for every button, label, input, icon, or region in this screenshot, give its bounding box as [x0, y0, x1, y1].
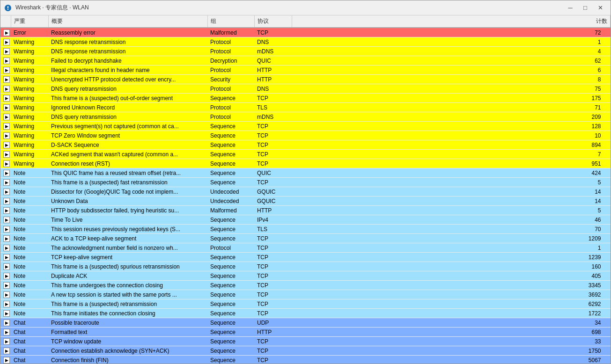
table-row[interactable]: ▶ChatConnection establish acknowledge (S… [0, 346, 611, 356]
expand-button[interactable]: ▶ [3, 123, 10, 130]
table-row[interactable]: ▶WarningDNS query retransmissionProtocol… [0, 84, 611, 94]
expand-button[interactable]: ▶ [3, 104, 10, 111]
table-row[interactable]: ▶WarningDNS query retransmissionProtocol… [0, 112, 611, 122]
close-button[interactable]: ✕ [594, 3, 607, 13]
count-cell: 4 [292, 47, 611, 56]
expand-button[interactable]: ▶ [3, 67, 10, 73]
group-cell: Sequence [207, 234, 254, 243]
severity-cell: Note [11, 299, 48, 309]
protocol-cell: mDNS [254, 112, 292, 122]
expand-button[interactable]: ▶ [3, 132, 10, 139]
maximize-button[interactable]: □ [579, 3, 592, 13]
expand-button[interactable]: ▶ [3, 245, 10, 251]
expand-button[interactable]: ▶ [3, 291, 10, 298]
expand-button[interactable]: ▶ [3, 357, 10, 364]
table-row[interactable]: ▶NoteThis frame initiates the connection… [0, 309, 611, 318]
expand-button[interactable]: ▶ [3, 310, 10, 317]
severity-cell: Chat [11, 318, 48, 328]
expand-button[interactable]: ▶ [3, 329, 10, 335]
table-row[interactable]: ▶NoteA new tcp session is started with t… [0, 290, 611, 299]
expand-button[interactable]: ▶ [3, 95, 10, 102]
table-row[interactable]: ▶NoteACK to a TCP keep-alive segmentSequ… [0, 234, 611, 243]
expand-button[interactable]: ▶ [3, 58, 10, 64]
expand-button[interactable]: ▶ [3, 207, 10, 214]
expand-button[interactable]: ▶ [3, 198, 10, 204]
group-cell: Sequence [207, 150, 254, 159]
table-row[interactable]: ▶ChatPossible tracerouteSequenceUDP34 [0, 318, 611, 328]
expand-button[interactable]: ▶ [3, 254, 10, 261]
table-row[interactable]: ▶WarningDNS response retransmissionProto… [0, 37, 611, 47]
table-row[interactable]: ▶WarningDNS response retransmissionProto… [0, 47, 611, 56]
group-cell: Sequence [207, 328, 254, 337]
expand-button[interactable]: ▶ [3, 301, 10, 307]
table-row[interactable]: ▶NoteDuplicate ACKSequenceTCP405 [0, 271, 611, 281]
expand-button[interactable]: ▶ [3, 282, 10, 289]
expand-button[interactable]: ▶ [3, 48, 10, 55]
expand-button[interactable]: ▶ [3, 179, 10, 186]
protocol-cell: TCP [254, 309, 292, 318]
table-row[interactable]: ▶NoteThis frame undergoes the connection… [0, 281, 611, 290]
table-row[interactable]: ▶NoteTime To LiveSequenceIPv446 [0, 215, 611, 225]
count-cell: 1 [292, 37, 611, 47]
summary-cell: This frame undergoes the connection clos… [48, 281, 207, 290]
expand-button[interactable]: ▶ [3, 226, 10, 233]
table-row[interactable]: ▶ChatFormatted textSequenceHTTP698 [0, 328, 611, 337]
expand-button[interactable]: ▶ [3, 338, 10, 345]
table-row[interactable]: ▶ErrorReassembly errorMalformedTCP72 [0, 28, 611, 37]
table-row[interactable]: ▶WarningIgnored Unknown RecordProtocolTL… [0, 103, 611, 112]
col-count-header[interactable]: 计数 [292, 15, 611, 28]
protocol-cell: TCP [254, 356, 292, 364]
table-row[interactable]: ▶NoteTCP keep-alive segmentSequenceTCP12… [0, 253, 611, 262]
table-row[interactable]: ▶WarningConnection reset (RST)SequenceTC… [0, 159, 611, 168]
expand-button[interactable]: ▶ [3, 235, 10, 242]
table-row[interactable]: ▶WarningFailed to decrypt handshakeDecry… [0, 56, 611, 66]
table-row[interactable]: ▶WarningACKed segment that wasn't captur… [0, 150, 611, 159]
table-row[interactable]: ▶WarningPrevious segment(s) not captured… [0, 122, 611, 131]
expand-button[interactable]: ▶ [3, 217, 10, 223]
col-summary-header[interactable]: 概要 [48, 15, 207, 28]
expand-cell: ▶ [0, 243, 11, 253]
expand-button[interactable]: ▶ [3, 348, 10, 354]
summary-cell: Time To Live [48, 215, 207, 225]
table-row[interactable]: ▶ChatConnection finish (FIN)SequenceTCP5… [0, 356, 611, 364]
table-row[interactable]: ▶ChatTCP window updateSequenceTCP33 [0, 337, 611, 346]
table-row[interactable]: ▶NoteThis frame is a (suspected) fast re… [0, 178, 611, 187]
table-row[interactable]: ▶NoteThis session reuses previously nego… [0, 225, 611, 234]
expand-button[interactable]: ▶ [3, 76, 10, 83]
table-row[interactable]: ▶WarningTCP Zero Window segmentSequenceT… [0, 131, 611, 140]
table-row[interactable]: ▶WarningIllegal characters found in head… [0, 66, 611, 75]
protocol-cell: DNS [254, 37, 292, 47]
expand-button[interactable]: ▶ [3, 320, 10, 326]
col-group-header[interactable]: 组 [207, 15, 254, 28]
expand-button[interactable]: ▶ [3, 29, 10, 36]
expand-button[interactable]: ▶ [3, 160, 10, 167]
col-protocol-header[interactable]: 协议 [254, 15, 292, 28]
expand-cell: ▶ [0, 328, 11, 337]
table-row[interactable]: ▶WarningUnencrypted HTTP protocol detect… [0, 75, 611, 84]
expand-button[interactable]: ▶ [3, 151, 10, 158]
count-cell: 5 [292, 206, 611, 215]
severity-cell: Warning [11, 150, 48, 159]
severity-cell: Warning [11, 112, 48, 122]
table-row[interactable]: ▶NoteThis frame is a (suspected) spuriou… [0, 262, 611, 271]
summary-cell: TCP Zero Window segment [48, 131, 207, 140]
table-row[interactable]: ▶WarningThis frame is a (suspected) out-… [0, 94, 611, 103]
expand-button[interactable]: ▶ [3, 86, 10, 92]
col-severity-header[interactable]: 严重 [11, 15, 48, 28]
expand-button[interactable]: ▶ [3, 142, 10, 148]
expand-button[interactable]: ▶ [3, 114, 10, 120]
table-row[interactable]: ▶NoteThis QUIC frame has a reused stream… [0, 168, 611, 178]
table-row[interactable]: ▶NoteUnknown DataUndecodedGQUIC14 [0, 197, 611, 206]
table-row[interactable]: ▶NoteThe acknowledgment number field is … [0, 243, 611, 253]
minimize-button[interactable]: ─ [564, 3, 577, 13]
expand-button[interactable]: ▶ [3, 263, 10, 270]
table-row[interactable]: ▶NoteHTTP body subdissector failed, tryi… [0, 206, 611, 215]
expand-button[interactable]: ▶ [3, 273, 10, 279]
table-row[interactable]: ▶WarningD-SACK SequenceSequenceTCP894 [0, 140, 611, 150]
table-row[interactable]: ▶NoteDissector for (Google)QUIC Tag code… [0, 187, 611, 197]
expand-button[interactable]: ▶ [3, 39, 10, 45]
expand-button[interactable]: ▶ [3, 189, 10, 195]
table-row[interactable]: ▶NoteThis frame is a (suspected) retrans… [0, 299, 611, 309]
expand-button[interactable]: ▶ [3, 170, 10, 176]
group-cell: Sequence [207, 318, 254, 328]
